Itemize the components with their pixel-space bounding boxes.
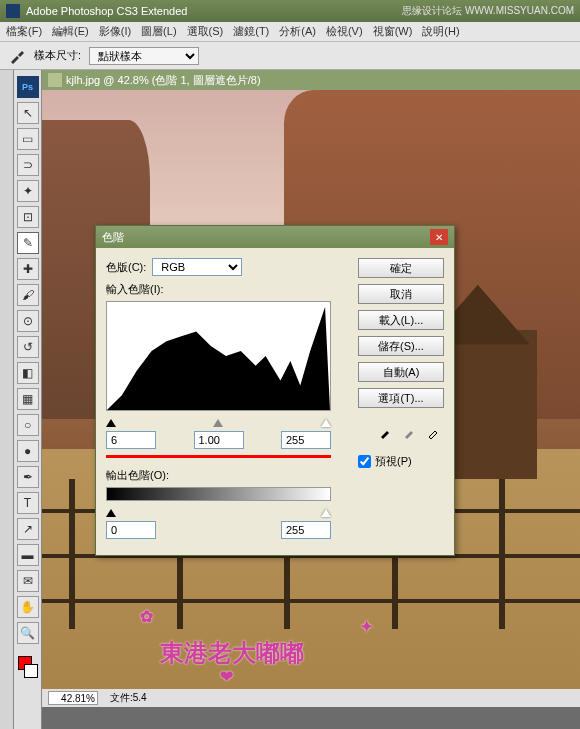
hand-tool[interactable]: ✋ [17,596,39,618]
cancel-button[interactable]: 取消 [358,284,444,304]
wand-tool[interactable]: ✦ [17,180,39,202]
document-icon [48,73,62,87]
input-sliders[interactable] [106,415,331,427]
annotation-red-bar [106,455,331,458]
app-icon [6,4,20,18]
workspace: Ps ↖ ▭ ⊃ ✦ ⊡ ✎ ✚ 🖌 ⊙ ↺ ◧ ▦ ○ ● ✒ T ↗ ▬ ✉… [0,70,580,729]
app-title: Adobe Photoshop CS3 Extended [26,5,187,17]
output-white-field[interactable] [281,521,331,539]
menu-select[interactable]: 選取(S) [187,24,224,39]
zoom-tool[interactable]: 🔍 [17,622,39,644]
eraser-tool[interactable]: ◧ [17,362,39,384]
dodge-tool[interactable]: ● [17,440,39,462]
ok-button[interactable]: 確定 [358,258,444,278]
dialog-title: 色階 [102,230,124,245]
out-black-slider[interactable] [106,509,116,517]
stamp-tool[interactable]: ⊙ [17,310,39,332]
move-tool[interactable]: ↖ [17,102,39,124]
path-tool[interactable]: ↗ [17,518,39,540]
blur-tool[interactable]: ○ [17,414,39,436]
document-titlebar[interactable]: kjlh.jpg @ 42.8% (色階 1, 圖層遮色片/8) [42,70,580,90]
histogram [106,301,331,411]
input-black-field[interactable] [106,431,156,449]
channel-select[interactable]: RGB [152,258,242,276]
input-white-field[interactable] [281,431,331,449]
load-button[interactable]: 載入(L)... [358,310,444,330]
sample-size-select[interactable]: 點狀樣本 [89,47,199,65]
dialog-titlebar[interactable]: 色階 ✕ [96,226,454,248]
menu-analysis[interactable]: 分析(A) [279,24,316,39]
save-button[interactable]: 儲存(S)... [358,336,444,356]
marquee-tool[interactable]: ▭ [17,128,39,150]
site-watermark: 思缘设计论坛 WWW.MISSYUAN.COM [402,4,574,18]
history-brush-tool[interactable]: ↺ [17,336,39,358]
toolbox: Ps ↖ ▭ ⊃ ✦ ⊡ ✎ ✚ 🖌 ⊙ ↺ ◧ ▦ ○ ● ✒ T ↗ ▬ ✉… [14,70,42,729]
shape-tool[interactable]: ▬ [17,544,39,566]
menu-file[interactable]: 檔案(F) [6,24,42,39]
output-gradient[interactable] [106,487,331,501]
menu-edit[interactable]: 編輯(E) [52,24,89,39]
ps-logo-icon: Ps [17,76,39,98]
sample-size-label: 樣本尺寸: [34,48,81,63]
menu-window[interactable]: 視窗(W) [373,24,413,39]
options-bar: 樣本尺寸: 點狀樣本 [0,42,580,70]
channel-label: 色版(C): [106,260,146,275]
gamma-slider[interactable] [213,419,223,427]
menu-bar: 檔案(F) 編輯(E) 影像(I) 圖層(L) 選取(S) 濾鏡(T) 分析(A… [0,22,580,42]
preview-label: 預視(P) [375,454,412,469]
brush-tool[interactable]: 🖌 [17,284,39,306]
background-color[interactable] [24,664,38,678]
heal-tool[interactable]: ✚ [17,258,39,280]
type-tool[interactable]: T [17,492,39,514]
options-button[interactable]: 選項(T)... [358,388,444,408]
status-bar: 文件:5.4 [42,689,580,707]
white-point-slider[interactable] [321,419,331,427]
preview-checkbox[interactable] [358,455,371,468]
menu-view[interactable]: 檢視(V) [326,24,363,39]
menu-image[interactable]: 影像(I) [99,24,131,39]
filesize-label: 文件:5.4 [110,691,147,705]
output-sliders[interactable] [106,505,331,517]
output-black-field[interactable] [106,521,156,539]
eyedropper-tool[interactable]: ✎ [17,232,39,254]
pen-tool[interactable]: ✒ [17,466,39,488]
color-swatches[interactable] [18,656,38,678]
out-white-slider[interactable] [321,509,331,517]
white-eyedropper-icon[interactable] [426,422,444,440]
crop-tool[interactable]: ⊡ [17,206,39,228]
menu-layer[interactable]: 圖層(L) [141,24,176,39]
lasso-tool[interactable]: ⊃ [17,154,39,176]
app-titlebar: Adobe Photoshop CS3 Extended 思缘设计论坛 WWW.… [0,0,580,22]
notes-tool[interactable]: ✉ [17,570,39,592]
menu-help[interactable]: 說明(H) [422,24,459,39]
menu-filter[interactable]: 濾鏡(T) [233,24,269,39]
black-eyedropper-icon[interactable] [378,422,396,440]
gradient-tool[interactable]: ▦ [17,388,39,410]
output-levels-label: 輸出色階(O): [106,468,350,483]
palette-well [0,70,14,729]
input-levels-label: 輸入色階(I): [106,282,350,297]
input-gamma-field[interactable] [194,431,244,449]
auto-button[interactable]: 自動(A) [358,362,444,382]
close-button[interactable]: ✕ [430,229,448,245]
levels-dialog: 色階 ✕ 色版(C): RGB 輸入色階(I): [95,225,455,556]
document-title: kjlh.jpg @ 42.8% (色階 1, 圖層遮色片/8) [66,73,261,88]
gray-eyedropper-icon[interactable] [402,422,420,440]
eyedropper-row [358,422,444,440]
zoom-input[interactable] [48,691,98,705]
eyedropper-icon[interactable] [8,47,26,65]
black-point-slider[interactable] [106,419,116,427]
